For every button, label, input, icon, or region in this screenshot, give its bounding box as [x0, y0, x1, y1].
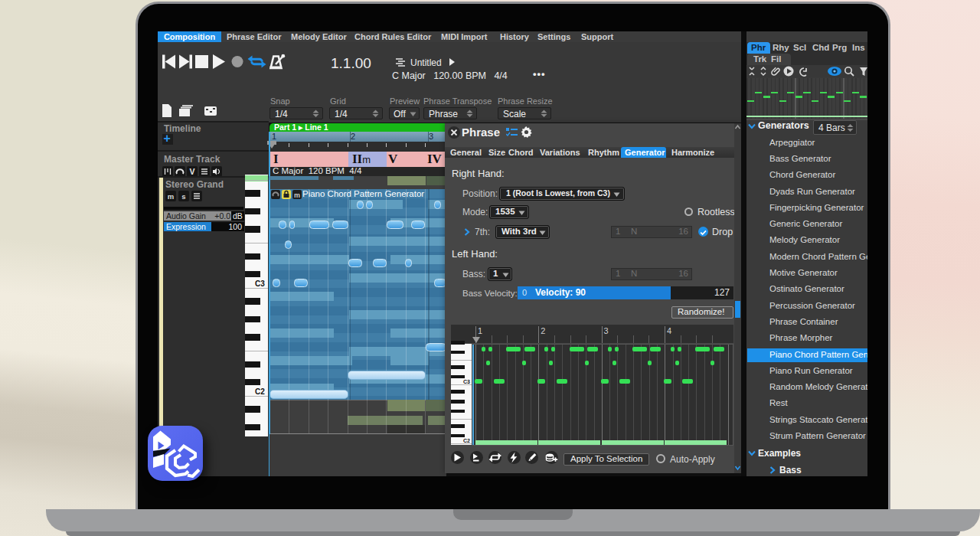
svg-text:m: m	[168, 192, 174, 201]
svg-text:s: s	[181, 192, 185, 201]
svg-text:m: m	[294, 191, 300, 199]
svg-text:V: V	[189, 167, 194, 176]
